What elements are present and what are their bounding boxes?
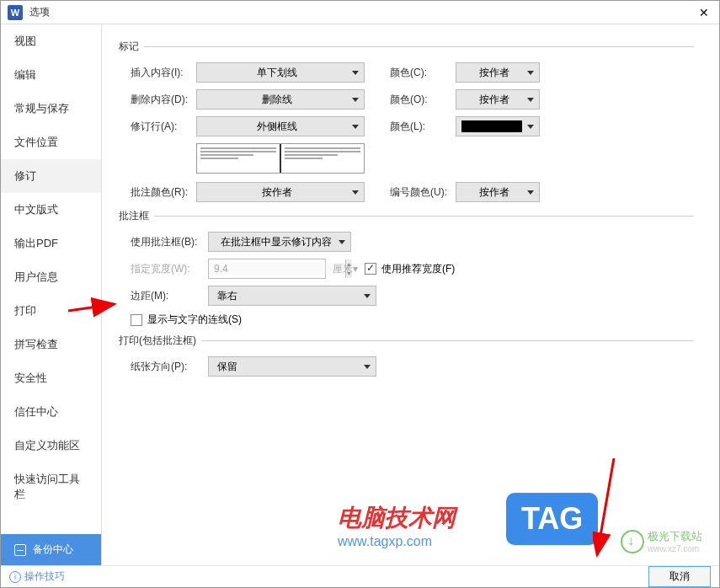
sidebar-item-user-info[interactable]: 用户信息 [1, 260, 101, 294]
title-bar: W 选项 ✕ [1, 1, 719, 24]
sidebar-item-chinese-layout[interactable]: 中文版式 [1, 193, 101, 227]
sidebar-item-security[interactable]: 安全性 [1, 361, 101, 395]
sidebar-item-customize-ribbon[interactable]: 自定义功能区 [1, 429, 101, 462]
color-c-dropdown[interactable]: 按作者 [456, 62, 540, 83]
sidebar-item-trust-center[interactable]: 信任中心 [1, 395, 101, 429]
number-color-label: 编号颜色(U): [390, 185, 456, 200]
number-color-dropdown[interactable]: 按作者 [456, 182, 540, 202]
close-button[interactable]: ✕ [696, 4, 712, 21]
use-box-label: 使用批注框(B): [131, 235, 208, 249]
chevron-down-icon [364, 294, 371, 298]
chevron-down-icon [364, 365, 371, 369]
width-label: 指定宽度(W): [131, 262, 208, 276]
margin-dropdown[interactable]: 靠右 [208, 286, 376, 306]
chevron-down-icon [527, 125, 534, 129]
width-unit: 厘米▾ [333, 262, 358, 276]
delete-label: 删除内容(D): [131, 93, 196, 107]
footer: i 操作技巧 取消 [1, 565, 719, 587]
sidebar-item-quick-access[interactable]: 快速访问工具栏 [1, 462, 101, 511]
section-print: 打印(包括批注框) [119, 334, 702, 348]
comment-color-dropdown[interactable]: 按作者 [196, 182, 365, 202]
info-icon: i [9, 571, 21, 583]
content-panel: 标记 插入内容(I): 单下划线 颜色(C): 按作者 删除内容(D): 删除线… [102, 24, 719, 565]
insert-dropdown[interactable]: 单下划线 [196, 62, 365, 83]
chevron-down-icon [339, 240, 345, 244]
width-spinner[interactable]: ▲▼ [208, 259, 326, 279]
color-o-dropdown[interactable]: 按作者 [456, 89, 540, 110]
section-comment-box: 批注框 [119, 209, 702, 223]
chevron-down-icon [352, 125, 359, 129]
section-mark: 标记 [119, 40, 702, 54]
color-l-dropdown[interactable] [456, 116, 540, 136]
show-line-label: 显示与文字的连线(S) [147, 313, 242, 327]
chevron-down-icon [352, 190, 359, 195]
sidebar: 视图 编辑 常规与保存 文件位置 修订 中文版式 输出PDF 用户信息 打印 拼… [1, 24, 102, 565]
show-line-checkbox[interactable] [131, 314, 142, 326]
width-input[interactable] [209, 263, 345, 275]
chevron-down-icon [527, 71, 534, 75]
revise-dropdown[interactable]: 外侧框线 [196, 116, 365, 136]
backup-icon [14, 544, 26, 556]
orient-dropdown[interactable]: 保留 [208, 356, 376, 377]
sidebar-item-view[interactable]: 视图 [1, 24, 101, 58]
rec-width-label: 使用推荐宽度(F) [381, 262, 455, 276]
use-box-dropdown[interactable]: 在批注框中显示修订内容 [208, 232, 351, 252]
backup-label: 备份中心 [33, 543, 73, 557]
chevron-down-icon [352, 71, 359, 75]
sidebar-item-spellcheck[interactable]: 拼写检查 [1, 328, 101, 361]
sidebar-item-print[interactable]: 打印 [1, 294, 101, 328]
margin-label: 边距(M): [131, 289, 208, 303]
tips-link[interactable]: i 操作技巧 [9, 569, 65, 584]
sidebar-item-output-pdf[interactable]: 输出PDF [1, 227, 101, 260]
orient-label: 纸张方向(P): [131, 360, 208, 374]
chevron-down-icon [352, 98, 359, 102]
sidebar-item-edit[interactable]: 编辑 [1, 58, 101, 92]
revision-preview [196, 143, 365, 174]
rec-width-checkbox[interactable] [365, 263, 376, 275]
comment-color-label: 批注颜色(R): [131, 185, 196, 200]
chevron-down-icon [527, 190, 534, 195]
revise-label: 修订行(A): [131, 120, 196, 134]
delete-dropdown[interactable]: 删除线 [196, 89, 365, 110]
sidebar-item-revision[interactable]: 修订 [1, 159, 101, 193]
window-title: 选项 [29, 5, 50, 19]
chevron-down-icon [527, 98, 534, 102]
insert-label: 插入内容(I): [131, 66, 196, 80]
backup-center-button[interactable]: 备份中心 [1, 534, 101, 565]
color-l-label: 颜色(L): [390, 120, 456, 134]
app-icon: W [8, 5, 23, 20]
color-o-label: 颜色(O): [390, 93, 456, 107]
cancel-button[interactable]: 取消 [648, 566, 711, 587]
sidebar-item-file-location[interactable]: 文件位置 [1, 126, 101, 159]
color-c-label: 颜色(C): [390, 66, 456, 80]
sidebar-item-general-save[interactable]: 常规与保存 [1, 92, 101, 126]
